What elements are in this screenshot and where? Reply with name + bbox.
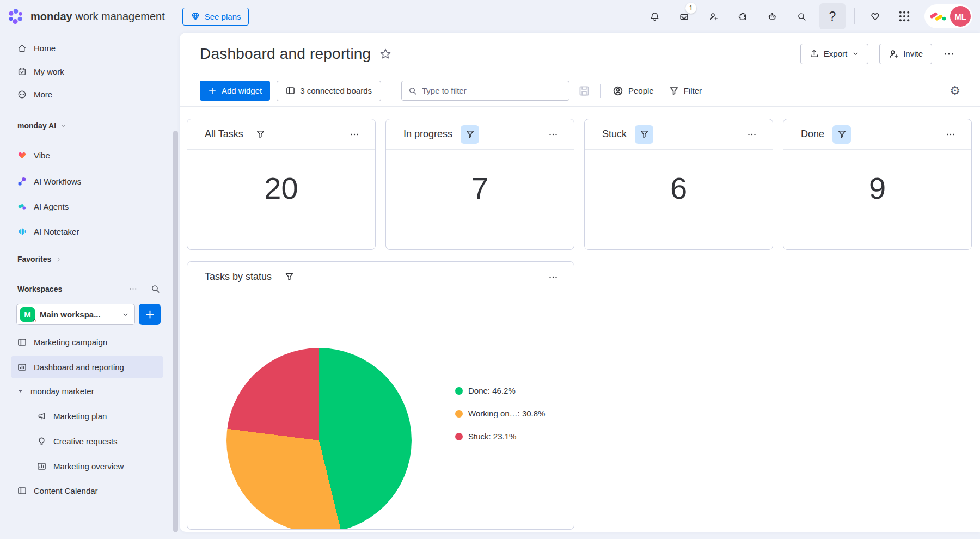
counter-widget-in-progress: In progress 7 xyxy=(385,119,574,250)
monday-ai-section-header[interactable]: monday AI xyxy=(17,121,66,130)
chevron-down-icon xyxy=(122,311,129,318)
counter-widget-stuck: Stuck 6 xyxy=(584,119,773,250)
add-widget-label: Add widget xyxy=(222,86,262,95)
sidebar-item-label: AI Agents xyxy=(34,202,69,211)
counter-widget-all-tasks: All Tasks 20 xyxy=(187,119,376,250)
widget-title[interactable]: Done xyxy=(801,128,824,140)
chevron-right-icon xyxy=(56,256,62,262)
pie-chart[interactable] xyxy=(226,348,412,530)
widget-menu-ellipsis-icon[interactable] xyxy=(346,126,363,143)
counter-value: 20 xyxy=(187,150,375,250)
megaphone-icon xyxy=(37,412,46,421)
sidebar-item-label: Vibe xyxy=(34,151,50,160)
page-header: Dashboard and reporting Export Invite xyxy=(180,33,980,75)
help-question-icon[interactable]: ? xyxy=(819,3,846,29)
legend-item[interactable]: Stuck: 23.1% xyxy=(455,432,545,441)
filter-search-box[interactable] xyxy=(401,81,569,101)
sidebar-item-label: AI Notetaker xyxy=(34,227,79,236)
sidebar-item-ai-agents[interactable]: AI Agents xyxy=(11,196,163,217)
export-button[interactable]: Export xyxy=(800,44,868,64)
legend-dot-stuck xyxy=(455,433,463,440)
sidebar-item-label: Dashboard and reporting xyxy=(34,363,124,372)
add-widget-button[interactable]: Add widget xyxy=(200,81,270,101)
notifications-bell-icon[interactable] xyxy=(643,5,666,28)
legend-item[interactable]: Working on…: 30.8% xyxy=(455,409,545,418)
save-filter-disk-icon[interactable] xyxy=(576,83,592,99)
sidebar-item-marketing-campaign[interactable]: Marketing campaign xyxy=(11,332,163,352)
counter-value: 7 xyxy=(386,150,574,250)
product-name: monday work management xyxy=(30,10,165,23)
widget-title[interactable]: Stuck xyxy=(602,128,627,140)
counter-value: 9 xyxy=(783,150,971,250)
filter-funnel-chip[interactable] xyxy=(280,268,298,286)
header-menu-ellipsis-icon[interactable] xyxy=(939,44,959,64)
sidebar-item-home[interactable]: Home xyxy=(11,38,163,58)
sidebar-item-label: Creative requests xyxy=(53,437,118,446)
favorites-section-header[interactable]: Favorites xyxy=(17,255,62,264)
person-plus-icon xyxy=(889,49,898,59)
legend-item[interactable]: Done: 46.2% xyxy=(455,386,545,395)
workspace-name: Main workspa... xyxy=(40,310,101,319)
widget-menu-ellipsis-icon[interactable] xyxy=(942,126,959,143)
legend-label: Done: 46.2% xyxy=(468,386,516,395)
user-avatar[interactable]: ML xyxy=(950,6,971,27)
filter-funnel-chip[interactable] xyxy=(635,125,653,144)
workspaces-menu-ellipsis-icon[interactable] xyxy=(128,284,138,293)
topbar-icons: 1 xyxy=(643,3,972,29)
whats-new-heart-icon[interactable] xyxy=(863,5,886,28)
sidebar-item-content-calendar[interactable]: Content Calendar xyxy=(11,480,163,501)
sidebar-item-marketing-overview[interactable]: Marketing overview xyxy=(11,456,163,476)
filter-search-input[interactable] xyxy=(422,86,562,95)
sidebar-item-vibe[interactable]: Vibe xyxy=(11,145,163,166)
export-label: Export xyxy=(824,49,847,58)
invite-button[interactable]: Invite xyxy=(879,44,932,64)
home-icon xyxy=(17,44,27,53)
pie-legend: Done: 46.2% Working on…: 30.8% Stuck: 23… xyxy=(455,386,545,441)
product-switcher-grid-icon[interactable] xyxy=(893,5,916,28)
widget-title[interactable]: All Tasks xyxy=(205,128,243,140)
workspace-selector[interactable]: M⌂ Main workspa... xyxy=(16,304,135,325)
sidebar-item-ai-notetaker[interactable]: AI Notetaker xyxy=(11,221,163,242)
assistant-robot-icon[interactable] xyxy=(761,5,783,28)
widget-title[interactable]: In progress xyxy=(403,128,452,140)
widget-header: Tasks by status xyxy=(187,262,574,292)
favorite-star-icon[interactable] xyxy=(379,48,391,60)
filter-button[interactable]: Filter xyxy=(665,83,706,99)
circle-ellipsis-icon xyxy=(17,90,27,99)
widget-menu-ellipsis-icon[interactable] xyxy=(743,126,761,143)
inbox-tray-icon[interactable]: 1 xyxy=(672,5,695,28)
add-workspace-item-button[interactable] xyxy=(139,304,161,325)
workspace-home-glyph-icon: ⌂ xyxy=(33,317,36,323)
brand: monday work management See plans xyxy=(7,7,249,26)
connected-boards-button[interactable]: 3 connected boards xyxy=(277,81,381,101)
widget-menu-ellipsis-icon[interactable] xyxy=(544,268,562,286)
page-title[interactable]: Dashboard and reporting xyxy=(200,45,371,63)
sidebar-item-ai-workflows[interactable]: AI Workflows xyxy=(11,171,163,192)
board-icon xyxy=(17,486,27,495)
invite-members-icon[interactable] xyxy=(702,5,725,28)
sidebar-item-label: Marketing plan xyxy=(53,412,107,421)
widget-menu-ellipsis-icon[interactable] xyxy=(544,126,562,143)
monday-logo-icon[interactable] xyxy=(7,7,25,26)
people-filter-button[interactable]: People xyxy=(608,82,658,100)
filter-funnel-chip[interactable] xyxy=(252,125,270,144)
widget-title[interactable]: Tasks by status xyxy=(205,271,272,283)
legend-label: Stuck: 23.1% xyxy=(468,432,516,441)
legend-dot-done xyxy=(455,387,463,395)
apps-puzzle-icon[interactable] xyxy=(731,5,754,28)
sidebar-item-more[interactable]: More xyxy=(11,84,163,105)
inbox-badge: 1 xyxy=(685,3,696,14)
search-icon[interactable] xyxy=(790,5,813,28)
filter-funnel-chip[interactable] xyxy=(832,125,851,144)
sidebar-scrollbar[interactable] xyxy=(173,131,178,532)
filter-funnel-chip[interactable] xyxy=(461,125,479,144)
sidebar-item-my-work[interactable]: My work xyxy=(11,61,163,82)
dashboard-settings-gear-icon[interactable]: ⚙ xyxy=(950,85,960,97)
workspaces-search-icon[interactable] xyxy=(151,284,160,293)
account-chip[interactable]: ML xyxy=(924,4,972,28)
sidebar-item-dashboard-and-reporting[interactable]: Dashboard and reporting xyxy=(11,356,163,378)
sidebar-item-marketing-plan[interactable]: Marketing plan xyxy=(11,406,163,426)
sidebar-item-creative-requests[interactable]: Creative requests xyxy=(11,431,163,451)
sidebar-item-monday-marketer[interactable]: monday marketer xyxy=(11,381,163,401)
see-plans-button[interactable]: See plans xyxy=(182,8,249,26)
